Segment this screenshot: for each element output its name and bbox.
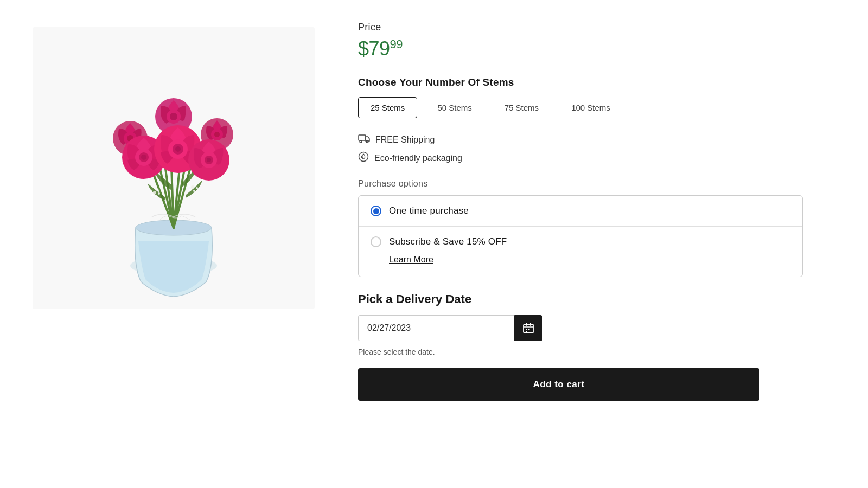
shipping-text: FREE Shipping <box>375 135 435 145</box>
feature-shipping: FREE Shipping <box>358 133 803 146</box>
eco-text: Eco-friendly packaging <box>374 153 462 163</box>
learn-more-link[interactable]: Learn More <box>389 255 433 265</box>
stems-options: 25 Stems 50 Stems 75 Stems 100 Stems <box>358 97 803 118</box>
svg-point-25 <box>175 146 181 152</box>
subscribe-label: Subscribe & Save 15% OFF <box>389 236 507 247</box>
stem-option-75[interactable]: 75 Stems <box>492 97 551 118</box>
svg-point-33 <box>155 195 157 197</box>
svg-point-39 <box>196 187 198 189</box>
stems-label: Choose Your Number Of Stems <box>358 76 803 88</box>
svg-point-21 <box>141 155 146 160</box>
svg-point-41 <box>189 189 192 191</box>
price-label: Price <box>358 22 803 33</box>
svg-point-46 <box>366 140 368 143</box>
svg-point-14 <box>214 132 220 137</box>
date-hint: Please select the date. <box>358 348 803 356</box>
svg-point-38 <box>195 184 197 186</box>
one-time-purchase-option[interactable]: One time purchase <box>359 196 802 227</box>
svg-rect-44 <box>359 135 366 140</box>
svg-point-40 <box>193 190 195 192</box>
calendar-icon <box>522 322 534 334</box>
svg-point-42 <box>188 185 190 187</box>
svg-point-32 <box>158 192 160 195</box>
delivery-label: Pick a Delivery Date <box>358 292 803 306</box>
svg-rect-55 <box>526 331 527 332</box>
add-to-cart-button[interactable]: Add to cart <box>358 368 760 401</box>
shipping-icon <box>358 133 370 146</box>
svg-rect-53 <box>526 329 527 330</box>
stem-option-100[interactable]: 100 Stems <box>559 97 623 118</box>
subscribe-radio[interactable] <box>371 236 381 247</box>
svg-point-36 <box>153 191 156 194</box>
product-image-section <box>0 16 347 472</box>
svg-point-43 <box>191 185 194 189</box>
date-input[interactable] <box>358 315 514 341</box>
price-value: $7999 <box>358 37 803 60</box>
svg-point-35 <box>150 190 152 192</box>
date-input-wrapper <box>358 315 542 341</box>
price-main: $79 <box>358 37 390 60</box>
feature-eco: Eco-friendly packaging <box>358 151 803 165</box>
svg-point-34 <box>151 194 154 196</box>
svg-point-47 <box>359 152 368 162</box>
one-time-label: One time purchase <box>389 206 469 216</box>
stem-option-25[interactable]: 25 Stems <box>358 97 417 118</box>
purchase-options-label: Purchase options <box>358 179 803 189</box>
calendar-button[interactable] <box>514 315 542 341</box>
svg-point-29 <box>207 158 211 162</box>
subscribe-option[interactable]: Subscribe & Save 15% OFF <box>371 236 790 247</box>
product-image-wrapper <box>33 27 315 309</box>
product-image <box>43 33 304 304</box>
price-cents: 99 <box>390 37 403 51</box>
eco-icon <box>358 151 369 165</box>
svg-rect-54 <box>528 329 530 330</box>
stem-option-50[interactable]: 50 Stems <box>425 97 484 118</box>
purchase-options-box: One time purchase Subscribe & Save 15% O… <box>358 195 803 277</box>
page-container: Price $7999 Choose Your Number Of Stems … <box>0 0 868 488</box>
product-details-section: Price $7999 Choose Your Number Of Stems … <box>347 16 835 472</box>
one-time-radio[interactable] <box>371 206 381 216</box>
subscribe-section: Subscribe & Save 15% OFF Learn More <box>359 227 802 277</box>
svg-point-45 <box>360 140 362 143</box>
features-list: FREE Shipping Eco-friendly packaging <box>358 133 803 165</box>
svg-point-17 <box>170 113 177 120</box>
svg-point-31 <box>157 189 159 191</box>
